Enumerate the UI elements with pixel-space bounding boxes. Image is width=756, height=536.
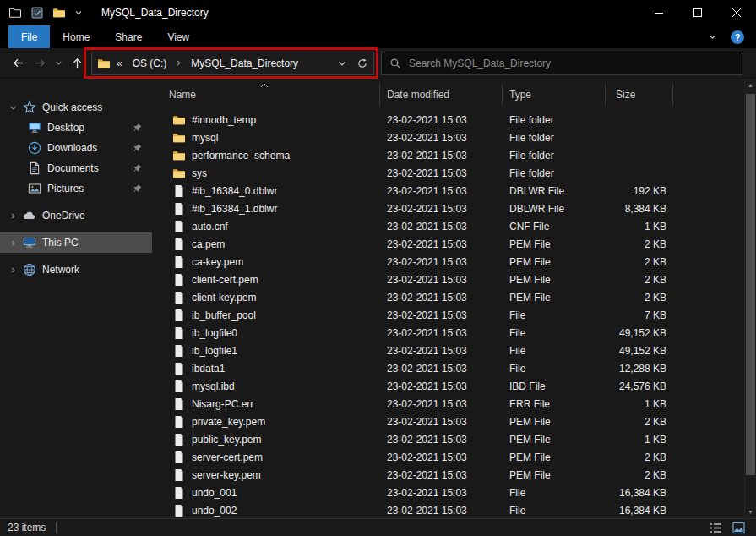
minimize-button[interactable] xyxy=(639,0,678,25)
file-name: ib_buffer_pool xyxy=(192,309,256,321)
file-row[interactable]: #ib_16384_1.dblwr23-02-2021 15:03DBLWR F… xyxy=(152,200,744,217)
sidebar-item-network[interactable]: Network xyxy=(0,260,152,280)
forward-button[interactable] xyxy=(29,52,51,74)
chevron-right-icon[interactable] xyxy=(9,239,17,247)
file-row[interactable]: server-key.pem23-02-2021 15:03PEM File2 … xyxy=(152,466,744,484)
file-row[interactable]: server-cert.pem23-02-2021 15:03PEM File2… xyxy=(152,448,744,466)
file-icon xyxy=(172,415,186,429)
file-date-modified: 23-02-2021 15:03 xyxy=(380,380,503,392)
breadcrumb-overflow[interactable]: « xyxy=(115,57,124,69)
file-row[interactable]: ib_logfile123-02-2021 15:03File49,152 KB xyxy=(152,342,744,359)
tab-share[interactable]: Share xyxy=(102,25,155,48)
qat-properties-icon[interactable] xyxy=(30,6,44,19)
breadcrumb-current-folder[interactable]: MySQL_Data_Directory xyxy=(187,57,302,69)
file-row[interactable]: ca.pem23-02-2021 15:03PEM File2 KB xyxy=(152,235,744,253)
sidebar-item-quick-access[interactable]: Quick access xyxy=(0,97,152,118)
pin-icon xyxy=(133,123,143,133)
file-row[interactable]: ca-key.pem23-02-2021 15:03PEM File2 KB xyxy=(152,253,744,271)
back-button[interactable] xyxy=(7,52,29,74)
maximize-button[interactable] xyxy=(678,0,717,25)
pin-icon xyxy=(133,143,143,153)
scrollbar-thumb[interactable] xyxy=(746,94,755,475)
file-name-cell: ibdata1 xyxy=(152,362,380,375)
file-row[interactable]: ib_logfile023-02-2021 15:03File49,152 KB xyxy=(152,324,744,342)
qat-customize-chevron-icon[interactable] xyxy=(74,8,83,17)
tab-home[interactable]: Home xyxy=(50,25,102,48)
file-row[interactable]: ibdata123-02-2021 15:03File12,288 KB xyxy=(152,359,744,377)
chevron-right-icon[interactable] xyxy=(9,212,17,220)
file-row[interactable]: undo_00123-02-2021 15:03File16,384 KB xyxy=(152,484,744,501)
sidebar-item-label: Downloads xyxy=(47,142,97,154)
file-date-modified: 23-02-2021 15:03 xyxy=(380,132,503,144)
breadcrumb-separator-icon[interactable] xyxy=(175,59,182,67)
large-icons-view-icon[interactable] xyxy=(732,522,745,534)
search-input[interactable] xyxy=(409,57,734,69)
file-icon xyxy=(172,184,186,198)
expand-ribbon-chevron-icon[interactable] xyxy=(708,32,717,41)
sidebar-item-pictures[interactable]: Pictures xyxy=(0,178,152,199)
sidebar-item-downloads[interactable]: Downloads xyxy=(0,138,152,158)
column-header-type[interactable]: Type xyxy=(503,84,606,106)
file-icon xyxy=(172,397,186,411)
address-bar[interactable]: « OS (C:) MySQL_Data_Directory xyxy=(91,52,374,75)
breadcrumb-drive[interactable]: OS (C:) xyxy=(128,57,171,69)
details-view-icon[interactable] xyxy=(710,522,722,534)
file-size: 2 KB xyxy=(606,274,673,286)
quick-access-toolbar xyxy=(0,6,91,19)
column-header-name[interactable]: Name xyxy=(152,84,380,106)
scroll-down-arrow-icon[interactable]: ▼ xyxy=(745,506,756,518)
qat-new-folder-icon[interactable] xyxy=(52,6,66,19)
file-date-modified: 23-02-2021 15:03 xyxy=(380,221,503,232)
sidebar-item-onedrive[interactable]: OneDrive xyxy=(0,205,152,226)
address-dropdown-chevron-icon[interactable] xyxy=(337,58,347,68)
file-row[interactable]: public_key.pem23-02-2021 15:03PEM File1 … xyxy=(152,430,744,448)
column-header-size[interactable]: Size xyxy=(606,84,673,106)
scroll-up-arrow-icon[interactable]: ▲ xyxy=(745,79,756,91)
search-box[interactable] xyxy=(381,52,742,75)
file-icon xyxy=(172,433,186,446)
file-row[interactable]: performance_schema23-02-2021 15:03File f… xyxy=(152,146,744,164)
vertical-scrollbar[interactable]: ▲ ▼ xyxy=(744,79,756,518)
chevron-right-icon[interactable] xyxy=(9,266,17,274)
file-row[interactable]: client-cert.pem23-02-2021 15:03PEM File2… xyxy=(152,271,744,288)
main-content: Quick accessDesktopDownloadsDocumentsPic… xyxy=(0,79,756,518)
sidebar-item-desktop[interactable]: Desktop xyxy=(0,118,152,138)
file-row[interactable]: private_key.pem23-02-2021 15:03PEM File2… xyxy=(152,413,744,430)
sidebar-item-this-pc[interactable]: This PC xyxy=(0,232,152,253)
file-list-pane: Name Date modified Type Size #innodb_tem… xyxy=(152,79,744,518)
file-row[interactable]: sys23-02-2021 15:03File folder xyxy=(152,164,744,182)
up-button[interactable] xyxy=(66,52,88,74)
file-name: ibdata1 xyxy=(192,363,225,375)
tab-file[interactable]: File xyxy=(8,25,50,48)
recent-locations-chevron-icon[interactable] xyxy=(51,52,66,74)
file-row[interactable]: mysql23-02-2021 15:03File folder xyxy=(152,129,744,146)
file-type: File folder xyxy=(503,150,606,161)
close-button[interactable] xyxy=(717,0,756,25)
file-row[interactable]: ib_buffer_pool23-02-2021 15:03File7 KB xyxy=(152,306,744,324)
file-row[interactable]: #innodb_temp23-02-2021 15:03File folder xyxy=(152,111,744,129)
file-type: PEM File xyxy=(503,469,606,481)
help-icon[interactable]: ? xyxy=(731,30,744,44)
file-row[interactable]: #ib_16384_0.dblwr23-02-2021 15:03DBLWR F… xyxy=(152,182,744,200)
file-type: ERR File xyxy=(503,398,606,410)
file-type: File folder xyxy=(503,114,606,126)
file-row[interactable]: auto.cnf23-02-2021 15:03CNF File1 KB xyxy=(152,217,744,235)
column-header-date-modified[interactable]: Date modified xyxy=(380,84,503,106)
file-row[interactable]: undo_00223-02-2021 15:03File16,384 KB xyxy=(152,501,744,518)
sidebar-item-documents[interactable]: Documents xyxy=(0,158,152,178)
file-row[interactable]: client-key.pem23-02-2021 15:03PEM File2 … xyxy=(152,288,744,306)
file-type: PEM File xyxy=(503,416,606,428)
refresh-icon[interactable] xyxy=(356,57,368,69)
file-row[interactable]: mysql.ibd23-02-2021 15:03IBD File24,576 … xyxy=(152,377,744,395)
scrollbar-track[interactable] xyxy=(745,91,756,506)
file-size: 2 KB xyxy=(606,416,673,428)
file-size: 49,152 KB xyxy=(606,345,673,357)
file-row[interactable]: Nisarg-PC.err23-02-2021 15:03ERR File1 K… xyxy=(152,395,744,413)
file-explorer-window: MySQL_Data_Directory File Home Share Vie… xyxy=(0,0,756,536)
file-name-cell: #ib_16384_0.dblwr xyxy=(152,184,380,198)
file-size: 16,384 KB xyxy=(606,505,673,517)
tab-view[interactable]: View xyxy=(155,25,202,48)
file-name: undo_001 xyxy=(192,487,237,499)
chevron-down-icon[interactable] xyxy=(9,104,17,112)
file-name: ib_logfile0 xyxy=(192,327,237,339)
